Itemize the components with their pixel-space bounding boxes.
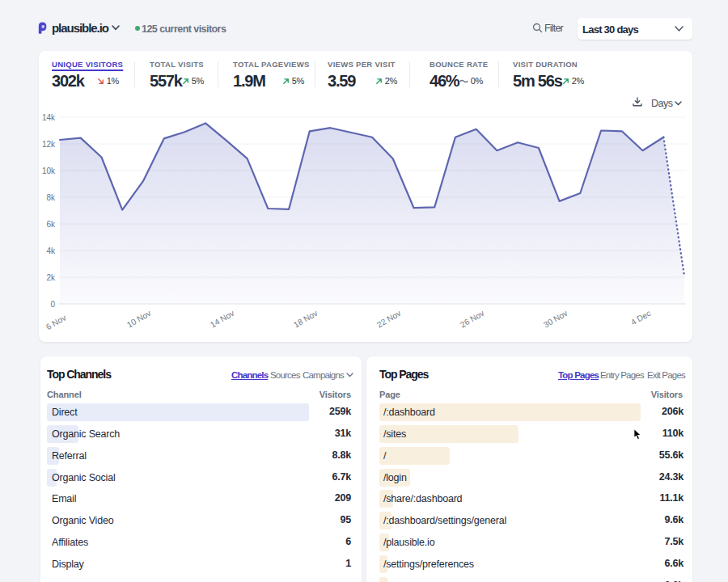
svg-text:22 Nov: 22 Nov [375,308,403,329]
svg-text:30 Nov: 30 Nov [542,308,569,329]
svg-text:6 Nov: 6 Nov [44,313,68,331]
svg-text:18 Nov: 18 Nov [292,308,320,329]
svg-text:0: 0 [50,300,55,309]
svg-text:14 Nov: 14 Nov [209,308,236,329]
svg-text:6k: 6k [46,220,56,229]
svg-text:8k: 8k [46,193,56,202]
svg-text:2k: 2k [46,273,56,282]
svg-text:4k: 4k [46,247,56,255]
svg-text:12k: 12k [42,140,56,149]
svg-text:14k: 14k [42,113,56,122]
svg-text:26 Nov: 26 Nov [459,308,486,329]
svg-text:10k: 10k [42,167,56,175]
svg-text:4 Dec: 4 Dec [629,309,653,327]
svg-text:10 Nov: 10 Nov [125,308,153,329]
